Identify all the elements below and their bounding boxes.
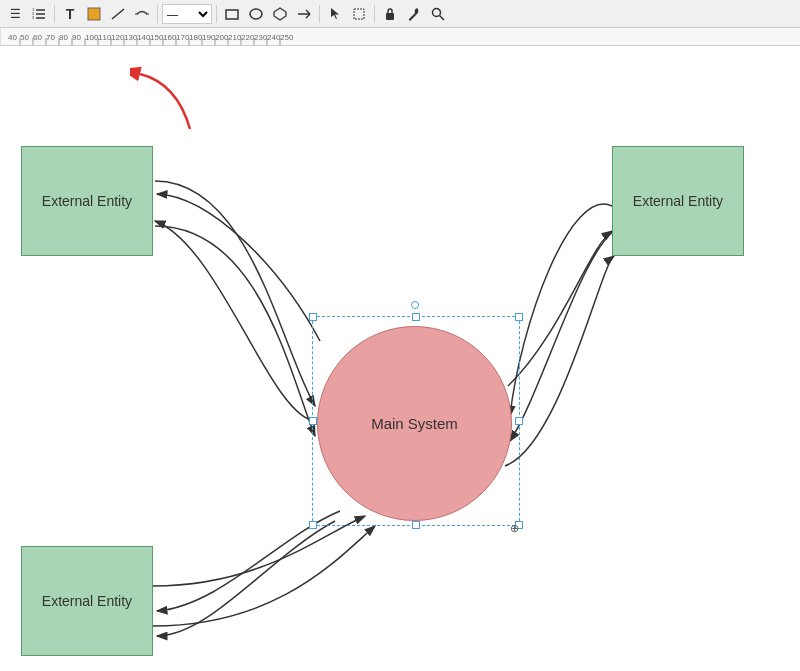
svg-text:110: 110 bbox=[98, 33, 112, 42]
svg-text:240: 240 bbox=[267, 33, 281, 42]
svg-marker-12 bbox=[274, 8, 286, 20]
svg-text:40: 40 bbox=[8, 33, 17, 42]
separator-5 bbox=[374, 5, 375, 23]
svg-text:3: 3 bbox=[32, 15, 35, 20]
anchor-icon: ⊕ bbox=[510, 522, 519, 535]
toolbar: ☰ 123 T — - - ··· bbox=[0, 0, 800, 28]
entity-bottom-left[interactable]: External Entity bbox=[21, 546, 153, 656]
line-style-dropdown[interactable]: — - - ··· bbox=[162, 4, 212, 24]
entity-top-right[interactable]: External Entity bbox=[612, 146, 744, 256]
bullet-list-button[interactable]: ☰ bbox=[4, 3, 26, 25]
svg-text:90: 90 bbox=[72, 33, 81, 42]
svg-rect-6 bbox=[88, 8, 100, 20]
svg-text:220: 220 bbox=[241, 33, 255, 42]
pointer-button[interactable] bbox=[324, 3, 346, 25]
svg-rect-17 bbox=[386, 13, 394, 20]
svg-text:190: 190 bbox=[202, 33, 216, 42]
lock-button[interactable] bbox=[379, 3, 401, 25]
handle-bl[interactable] bbox=[309, 521, 317, 529]
entity-bottom-left-label: External Entity bbox=[42, 593, 132, 609]
separator-1 bbox=[54, 5, 55, 23]
canvas-area[interactable]: External Entity External Entity External… bbox=[0, 46, 800, 671]
svg-line-19 bbox=[440, 15, 445, 20]
search-button[interactable] bbox=[427, 3, 449, 25]
wrench-button[interactable] bbox=[403, 3, 425, 25]
annotation-arrow bbox=[130, 64, 250, 134]
entity-top-right-label: External Entity bbox=[633, 193, 723, 209]
insert-ellipse-button[interactable] bbox=[245, 3, 267, 25]
main-system-circle[interactable]: Main System bbox=[317, 326, 512, 521]
svg-text:170: 170 bbox=[176, 33, 190, 42]
handle-bc[interactable] bbox=[412, 521, 420, 529]
separator-2 bbox=[157, 5, 158, 23]
separator-4 bbox=[319, 5, 320, 23]
text-button[interactable]: T bbox=[59, 3, 81, 25]
rotate-handle[interactable] bbox=[411, 301, 419, 309]
svg-point-11 bbox=[250, 9, 262, 19]
svg-text:150: 150 bbox=[150, 33, 164, 42]
svg-text:80: 80 bbox=[59, 33, 68, 42]
entity-top-left[interactable]: External Entity bbox=[21, 146, 153, 256]
insert-rect-button[interactable] bbox=[221, 3, 243, 25]
line-button[interactable] bbox=[107, 3, 129, 25]
svg-text:50: 50 bbox=[20, 33, 29, 42]
numbered-list-button[interactable]: 123 bbox=[28, 3, 50, 25]
svg-text:70: 70 bbox=[46, 33, 55, 42]
select-all-button[interactable] bbox=[348, 3, 370, 25]
svg-text:210: 210 bbox=[228, 33, 242, 42]
horizontal-ruler: // ruler ticks drawn inline via SVG 40 5… bbox=[0, 28, 800, 46]
handle-tr[interactable] bbox=[515, 313, 523, 321]
insert-shape-button[interactable] bbox=[269, 3, 291, 25]
svg-text:230: 230 bbox=[254, 33, 268, 42]
connector-button[interactable] bbox=[131, 3, 153, 25]
svg-rect-16 bbox=[354, 9, 364, 19]
handle-tl[interactable] bbox=[309, 313, 317, 321]
handle-tc[interactable] bbox=[412, 313, 420, 321]
svg-text:180: 180 bbox=[189, 33, 203, 42]
main-system-label: Main System bbox=[371, 415, 458, 432]
svg-text:120: 120 bbox=[111, 33, 125, 42]
handle-mr[interactable] bbox=[515, 417, 523, 425]
fill-button[interactable] bbox=[83, 3, 105, 25]
svg-text:100: 100 bbox=[85, 33, 99, 42]
svg-text:140: 140 bbox=[137, 33, 151, 42]
svg-text:60: 60 bbox=[33, 33, 42, 42]
separator-3 bbox=[216, 5, 217, 23]
svg-text:250: 250 bbox=[280, 33, 294, 42]
svg-line-7 bbox=[112, 9, 124, 19]
svg-point-18 bbox=[433, 8, 441, 16]
svg-text:130: 130 bbox=[124, 33, 138, 42]
entity-top-left-label: External Entity bbox=[42, 193, 132, 209]
handle-ml[interactable] bbox=[309, 417, 317, 425]
svg-text:160: 160 bbox=[163, 33, 177, 42]
insert-line-button[interactable] bbox=[293, 3, 315, 25]
svg-rect-10 bbox=[226, 10, 238, 19]
svg-text:200: 200 bbox=[215, 33, 229, 42]
